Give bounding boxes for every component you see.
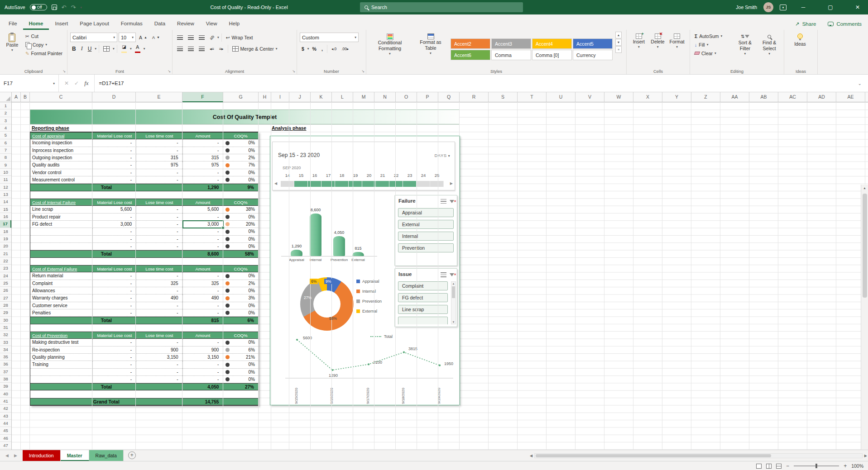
column-header-D[interactable]: D [92,92,136,102]
ribbon-tab-review[interactable]: Review [171,17,200,30]
coq-cell[interactable]: 0% [223,176,258,183]
vertical-scrollbar[interactable]: ▲ ▼ [861,185,868,470]
table-row[interactable]: Measurement control---0% [30,176,258,184]
grand-total-amount-cell[interactable]: 14,755 [182,399,223,405]
total-amount-cell[interactable]: 4,050 [182,384,223,390]
row-header-37[interactable]: 37 [0,368,11,375]
font-color-button[interactable]: A [133,44,142,54]
sheet-tab-master[interactable]: Master [61,450,89,461]
style-tile-comma-0[interactable]: Comma [0] [532,50,572,60]
column-title-cell[interactable]: COQ% [223,266,258,272]
material-cost-cell[interactable]: - [92,169,136,176]
section-title-cell[interactable]: Cost of Prevention [30,332,92,338]
table-row[interactable]: ---0% [30,243,258,250]
lose-time-cost-cell[interactable]: - [136,147,182,154]
timeline-day-24[interactable] [417,181,430,187]
material-cost-cell[interactable]: - [92,236,136,242]
sheet-nav-right-icon[interactable]: ▶ [14,453,17,458]
column-header-A[interactable]: A [12,92,21,102]
ribbon-tab-page-layout[interactable]: Page Layout [74,17,115,30]
ribbon-tab-formulas[interactable]: Formulas [115,17,149,30]
decrease-font-button[interactable]: A▼ [150,34,162,41]
amount-cell[interactable]: - [182,139,223,146]
cells-area[interactable]: Cost Of Quality Templet Reporting phase … [12,102,868,450]
material-cost-cell[interactable]: - [92,347,136,353]
row-header-4[interactable]: 4 [0,124,11,132]
row-header-3[interactable]: 3 [0,117,11,124]
coq-cell[interactable]: 0% [223,236,258,242]
amount-cell[interactable]: - [182,369,223,375]
search-box[interactable]: Search [360,2,523,12]
donut-chart[interactable]: 9%58%27%6% [300,277,354,331]
style-tile-currency[interactable]: Currency [573,50,613,60]
coq-cell[interactable]: 0% [223,287,258,294]
timeline-day-15[interactable] [294,181,307,187]
row-header-1[interactable]: 1 [0,102,11,109]
table-row[interactable]: Warranty charges-4904903% [30,294,258,302]
item-name-cell[interactable]: Product repair [30,214,92,220]
scrollbar-thumb[interactable] [452,286,455,298]
alignment-dialog-launcher[interactable]: ↘ [292,69,295,73]
column-header-H[interactable]: H [259,92,271,102]
item-name-cell[interactable]: Allowances [30,287,92,294]
amount-cell[interactable]: - [182,309,223,316]
clear-button[interactable]: Clear▾ [693,49,733,57]
customize-qat-icon[interactable]: ▾ [80,5,82,9]
increase-decimal-button[interactable]: ◂.0 [330,46,338,52]
amount-cell[interactable]: 315 [182,154,223,161]
column-title-cell[interactable]: Lose time cost [136,133,182,139]
grand-total-coq-cell[interactable] [223,399,258,405]
row-header-6[interactable]: 6 [0,139,11,147]
table-row[interactable]: Making destructive test---0% [30,339,258,346]
expand-formula-bar-icon[interactable]: ⌄ [858,81,868,86]
clipboard-dialog-launcher[interactable]: ↘ [62,69,66,73]
scrollbar-thumb[interactable] [536,454,771,457]
share-button[interactable]: ↗Share [795,21,816,27]
slicer-item-partial[interactable] [398,317,448,324]
column-header-N[interactable]: N [374,92,396,102]
coq-cell[interactable]: 0% [223,169,258,176]
row-header-23[interactable]: 23 [0,265,11,272]
ribbon-display-options-icon[interactable]: ▾ [780,5,786,10]
column-title-cell[interactable]: Material Lose cost [92,133,136,139]
table-row[interactable]: ---0% [30,236,258,243]
enter-formula-icon[interactable]: ✓ [74,80,79,86]
column-header-F[interactable]: F [182,92,223,102]
italic-button[interactable]: I [79,44,85,53]
slicer-item-appraisal[interactable]: Appraisal [398,208,454,217]
table-row[interactable]: Incoming inspection---0% [30,139,258,147]
sort-filter-button[interactable]: ⇅ Sort & Filter▾ [734,32,757,67]
row-header-27[interactable]: 27 [0,294,11,302]
coq-cell[interactable]: 0% [223,243,258,250]
item-name-cell[interactable]: Re-inspection [30,347,92,353]
coq-cell[interactable]: 0% [223,361,258,368]
row-header-32[interactable]: 32 [0,331,11,338]
formula-input[interactable]: =D17+E17 [95,81,858,86]
ribbon-tab-view[interactable]: View [200,17,223,30]
row-header-39[interactable]: 39 [0,383,11,390]
column-header-Q[interactable]: Q [438,92,460,102]
row-header-35[interactable]: 35 [0,353,11,361]
lose-time-cost-cell[interactable]: - [136,206,182,213]
row-header-30[interactable]: 30 [0,317,11,324]
name-box[interactable]: F17▾ [0,75,59,92]
item-name-cell[interactable]: Making destructive test [30,339,92,346]
item-name-cell[interactable]: Penalties [30,309,92,316]
sheet-nav-left-icon[interactable]: ◀ [5,453,9,458]
row-header-31[interactable]: 31 [0,324,11,331]
material-cost-cell[interactable]: - [92,354,136,361]
material-cost-cell[interactable]: - [92,154,136,161]
maximize-button[interactable]: ▢ [820,0,841,14]
column-title-cell[interactable]: COQ% [223,332,258,338]
coq-cell[interactable]: 21% [223,354,258,361]
avatar[interactable]: JS [763,2,773,12]
row-header-5[interactable]: 5 [0,132,11,139]
issue-slicer-scrollbar[interactable]: ▲ ▼ [451,281,456,324]
table-row[interactable]: Penalties---0% [30,309,258,317]
multi-select-icon[interactable] [441,199,446,204]
table-row[interactable]: Line scrap5,600-5,60038% [30,206,258,213]
item-name-cell[interactable]: Customer service [30,302,92,309]
coq-cell[interactable]: 2% [223,280,258,287]
coq-cell[interactable]: 0% [223,309,258,316]
column-header-V[interactable]: V [575,92,604,102]
